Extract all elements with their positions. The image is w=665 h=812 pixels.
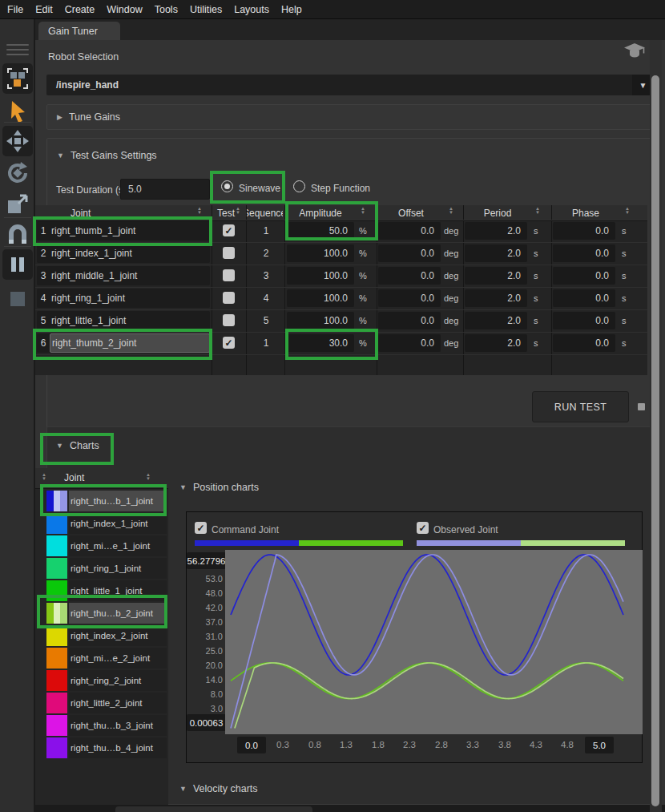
amplitude-value[interactable]: 100.0: [287, 244, 354, 262]
column-header-joint[interactable]: Joint: [35, 205, 115, 221]
offset-value[interactable]: 0.0: [378, 334, 441, 352]
sort-carets-period[interactable]: ▲▼: [535, 207, 540, 214]
menu-item-file[interactable]: File: [7, 4, 23, 15]
amplitude-value[interactable]: 100.0: [287, 267, 354, 285]
legend-checkbox-observed[interactable]: ✓: [417, 522, 429, 534]
sequence-value[interactable]: 4: [249, 287, 283, 309]
stop-icon[interactable]: [2, 284, 33, 314]
offset-value[interactable]: 0.0: [378, 267, 441, 285]
phase-value[interactable]: 0.0: [553, 244, 615, 262]
joint-list-row-8[interactable]: right_mi…e_2_joint: [35, 647, 168, 669]
run-test-button[interactable]: RUN TEST: [532, 391, 629, 422]
sequence-value[interactable]: 1: [249, 332, 283, 354]
menu-item-tools[interactable]: Tools: [155, 4, 178, 15]
test-checkbox[interactable]: [223, 247, 235, 259]
offset-value[interactable]: 0.0: [378, 244, 441, 262]
joint-list-row-4[interactable]: right_ring_1_joint: [35, 557, 168, 580]
joint-list-row-6[interactable]: right_thu…b_2_joint: [35, 602, 168, 624]
menu-item-layouts[interactable]: Layouts: [234, 4, 269, 15]
joint-list-row-12[interactable]: right_thu…b_4_joint: [35, 737, 168, 759]
sort-carets-offset[interactable]: ▲▼: [449, 207, 453, 214]
joint-list-row-2[interactable]: right_index_1_joint: [35, 512, 168, 535]
phase-value[interactable]: 0.0: [553, 312, 615, 329]
rotate-tool-icon[interactable]: [2, 158, 33, 188]
column-header-phase[interactable]: Phase: [551, 205, 620, 221]
menu-item-edit[interactable]: Edit: [35, 4, 53, 15]
step-function-radio-label[interactable]: Step Function: [311, 183, 370, 194]
test-checkbox[interactable]: [223, 292, 235, 304]
charts-section-header[interactable]: ▼ Charts: [46, 438, 99, 454]
sequence-value[interactable]: 1: [249, 220, 283, 242]
joint-list-header[interactable]: ▲▼Joint▲▼: [35, 468, 168, 489]
amplitude-value[interactable]: 30.0: [287, 334, 354, 352]
phase-value[interactable]: 0.0: [553, 289, 615, 307]
amplitude-value[interactable]: 100.0: [287, 312, 354, 329]
joint-list-sort-carets[interactable]: ▲▼: [42, 473, 46, 480]
phase-value[interactable]: 0.0: [553, 267, 615, 285]
robot-selection-dropdown[interactable]: /inspire_hand ▼: [46, 75, 654, 95]
sinewave-radio-label[interactable]: Sinewave: [239, 183, 280, 194]
test-duration-input[interactable]: 5.0: [120, 179, 210, 200]
test-gains-settings-header[interactable]: ▼Test Gains Settings: [47, 143, 653, 168]
joint-name-cell[interactable]: 5right_little_1_joint: [37, 311, 210, 330]
period-value[interactable]: 2.0: [465, 334, 527, 352]
period-value[interactable]: 2.0: [465, 312, 527, 329]
joint-list-sort-carets[interactable]: ▲▼: [146, 473, 151, 480]
phase-value[interactable]: 0.0: [553, 222, 615, 240]
scale-tool-icon[interactable]: [2, 189, 33, 220]
joint-list-row-7[interactable]: right_index_2_joint: [35, 624, 168, 647]
test-checkbox[interactable]: ✓: [223, 224, 235, 236]
period-value[interactable]: 2.0: [465, 222, 527, 240]
amplitude-value[interactable]: 50.0: [287, 222, 354, 240]
column-header-offset[interactable]: Offset: [377, 205, 445, 221]
step-function-radio[interactable]: [293, 180, 305, 192]
sequence-value[interactable]: 2: [249, 242, 283, 265]
joint-list-row-3[interactable]: right_mi…e_1_joint: [35, 535, 168, 557]
offset-value[interactable]: 0.0: [378, 289, 441, 307]
table-row-4[interactable]: 4right_ring_1_joint4100.0%0.0deg2.0s0.0s: [35, 287, 647, 309]
joint-list-row-9[interactable]: right_ring_2_joint: [35, 669, 168, 692]
joint-list-row-5[interactable]: right_little_1_joint: [35, 580, 168, 602]
joint-name-cell[interactable]: 3right_middle_1_joint: [37, 266, 210, 285]
sort-carets-joint[interactable]: ▲▼: [197, 207, 202, 214]
legend-checkbox-command[interactable]: ✓: [195, 522, 207, 534]
table-row-1[interactable]: 1right_thumb_1_joint✓150.0%0.0deg2.0s0.0…: [35, 220, 647, 242]
phase-value[interactable]: 0.0: [553, 334, 615, 352]
move-tool-icon[interactable]: [2, 126, 33, 156]
tab-gain-tuner[interactable]: Gain Tuner: [38, 22, 120, 40]
joint-name-cell[interactable]: 2right_index_1_joint: [37, 244, 210, 263]
joint-list-row-1[interactable]: right_thu…b_1_joint: [35, 490, 168, 512]
joint-name-cell[interactable]: 4right_ring_1_joint: [37, 289, 210, 308]
period-value[interactable]: 2.0: [465, 267, 527, 285]
sinewave-radio[interactable]: [221, 180, 233, 192]
joint-name-cell[interactable]: 1right_thumb_1_joint: [37, 221, 210, 240]
test-checkbox[interactable]: [223, 269, 235, 281]
tune-gains-section[interactable]: ▶Tune Gains: [46, 104, 654, 130]
tutorial-graduation-cap-icon[interactable]: [623, 42, 646, 59]
sort-carets-test[interactable]: ▲▼: [236, 207, 240, 214]
menu-item-create[interactable]: Create: [65, 4, 95, 15]
joint-list-row-11[interactable]: right_thu…b_3_joint: [35, 714, 168, 737]
menu-item-help[interactable]: Help: [281, 4, 302, 15]
scrollbar-track[interactable]: [650, 40, 662, 812]
sequence-value[interactable]: 3: [249, 265, 283, 287]
amplitude-value[interactable]: 100.0: [287, 289, 354, 307]
sort-carets-amplitude[interactable]: ▲▼: [361, 207, 365, 214]
menu-item-window[interactable]: Window: [107, 4, 142, 15]
joint-list-row-10[interactable]: right_little_2_joint: [35, 692, 168, 714]
velocity-charts-header[interactable]: ▼ Velocity charts: [170, 781, 258, 797]
period-value[interactable]: 2.0: [465, 289, 527, 307]
table-row-3[interactable]: 3right_middle_1_joint3100.0%0.0deg2.0s0.…: [35, 265, 647, 287]
pause-icon[interactable]: [2, 249, 33, 280]
column-header-amplitude[interactable]: Amplitude: [284, 205, 357, 221]
position-charts-header[interactable]: ▼ Position charts: [170, 479, 259, 495]
offset-value[interactable]: 0.0: [378, 312, 441, 329]
menu-item-utilities[interactable]: Utilities: [190, 4, 222, 15]
joint-name-cell[interactable]: 6right_thumb_2_joint: [37, 333, 210, 353]
scrollbar-thumb[interactable]: [651, 75, 659, 806]
column-header-period[interactable]: Period: [463, 205, 532, 221]
table-row-5[interactable]: 5right_little_1_joint5100.0%0.0deg2.0s0.…: [35, 309, 647, 332]
column-header-sequence[interactable]: Sequence: [246, 205, 283, 221]
sequence-value[interactable]: 5: [249, 309, 283, 332]
sort-carets-phase[interactable]: ▲▼: [625, 207, 630, 214]
